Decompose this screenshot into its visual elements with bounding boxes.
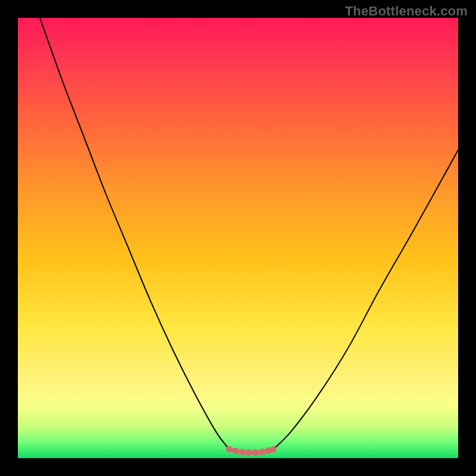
bottleneck-plateau-markers (226, 446, 277, 456)
bottleneck-curve-right (273, 150, 458, 449)
curve-layer (18, 18, 458, 458)
plateau-marker (226, 446, 233, 453)
chart-frame: TheBottleneck.com (0, 0, 476, 476)
plot-area (18, 18, 458, 458)
bottleneck-curve-left (40, 18, 229, 449)
plateau-marker (252, 449, 259, 456)
plateau-marker (246, 449, 252, 456)
plateau-marker (270, 446, 277, 453)
plateau-marker (233, 448, 239, 455)
plateau-marker (239, 449, 246, 455)
plateau-marker (259, 449, 265, 455)
watermark-text: TheBottleneck.com (345, 4, 468, 19)
